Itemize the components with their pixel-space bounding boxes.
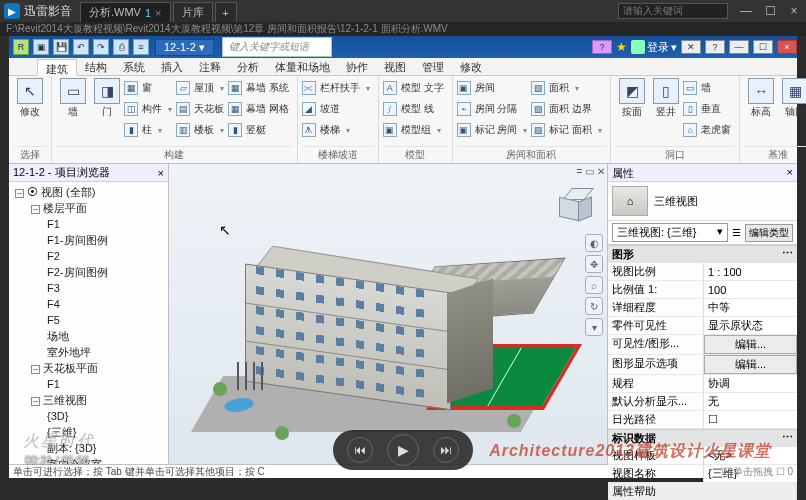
component-button[interactable]: ◫构件▾ bbox=[124, 99, 172, 119]
player-prev-button[interactable]: ⏮ bbox=[347, 437, 373, 463]
player-tab-library[interactable]: 片库 bbox=[173, 2, 213, 22]
player-tab-video[interactable]: 分析.WMV 1 × bbox=[80, 2, 171, 22]
prop-row[interactable]: 零件可见性显示原状态 bbox=[608, 317, 797, 335]
qat-redo-icon[interactable]: ↷ bbox=[93, 39, 109, 55]
qat-open-icon[interactable]: ▣ bbox=[33, 39, 49, 55]
tag-area-button[interactable]: ▧标记 面积▾ bbox=[531, 120, 602, 140]
tab-architecture[interactable]: 建筑 bbox=[37, 59, 77, 76]
minimize-icon[interactable]: — bbox=[734, 2, 758, 20]
props-header[interactable]: 属性× bbox=[608, 164, 797, 182]
nav-wheel-icon[interactable]: ◐ bbox=[585, 234, 603, 252]
revit-close-icon[interactable]: × bbox=[777, 40, 797, 54]
expand-icon[interactable]: – bbox=[31, 397, 40, 406]
tree-floor-plans[interactable]: 楼层平面 bbox=[43, 202, 87, 214]
ramp-button[interactable]: ◢坡道 bbox=[302, 99, 370, 119]
info-icon[interactable]: ? bbox=[592, 40, 612, 54]
tree-item[interactable]: F2-房间图例 bbox=[13, 264, 168, 280]
level-button[interactable]: ↔标高 bbox=[744, 78, 778, 117]
wall-button[interactable]: ▭墙 bbox=[56, 78, 90, 117]
prop-edit-button[interactable]: 编辑... bbox=[704, 335, 797, 354]
tab-manage[interactable]: 管理 bbox=[414, 58, 452, 75]
area-boundary-button[interactable]: ▧面积 边界 bbox=[531, 99, 602, 119]
player-next-button[interactable]: ⏭ bbox=[433, 437, 459, 463]
prop-row[interactable]: 图形显示选项编辑... bbox=[608, 355, 797, 375]
tree-item[interactable]: F1 bbox=[13, 376, 168, 392]
prop-row[interactable]: 视图比例1 : 100 bbox=[608, 263, 797, 281]
prop-value[interactable]: 中等 bbox=[704, 299, 797, 316]
tree-ceilings[interactable]: 天花板平面 bbox=[43, 362, 98, 374]
player-search-input[interactable]: 请输入关键词 bbox=[618, 3, 728, 19]
window-button[interactable]: ▦窗 bbox=[124, 78, 172, 98]
nav-orbit-icon[interactable]: ↻ bbox=[585, 297, 603, 315]
player-tab-add[interactable]: + bbox=[215, 2, 237, 22]
curtain-sys-button[interactable]: ▦幕墙 系统 bbox=[228, 78, 289, 98]
tree-item[interactable]: F5 bbox=[13, 312, 168, 328]
tab-structure[interactable]: 结构 bbox=[77, 58, 115, 75]
app-menu-button[interactable]: R bbox=[13, 39, 29, 55]
grid-button[interactable]: ▦轴网 bbox=[778, 78, 806, 117]
model-text-button[interactable]: A模型 文字 bbox=[383, 78, 444, 98]
qat-measure-icon[interactable]: ≡ bbox=[133, 39, 149, 55]
room-sep-button[interactable]: ⌁房间 分隔 bbox=[457, 99, 528, 119]
qat-save-icon[interactable]: 💾 bbox=[53, 39, 69, 55]
prop-edit-button[interactable]: 编辑... bbox=[704, 355, 797, 374]
prop-row[interactable]: 日光路径☐ bbox=[608, 411, 797, 429]
revit-help-search[interactable]: 键入关键字或短语 bbox=[222, 37, 332, 57]
props-help[interactable]: 属性帮助 bbox=[608, 483, 797, 500]
browser-header[interactable]: 12-1-2 - 项目浏览器× bbox=[9, 164, 168, 182]
prop-value[interactable]: 100 bbox=[704, 281, 797, 298]
tab-modify[interactable]: 修改 bbox=[452, 58, 490, 75]
tree-item[interactable]: F4 bbox=[13, 296, 168, 312]
revit-max-icon[interactable]: ☐ bbox=[753, 40, 773, 54]
view-cube[interactable] bbox=[559, 188, 597, 226]
props-instance-combo[interactable]: 三维视图: {三维}▾ bbox=[612, 223, 728, 242]
curtain-grid-button[interactable]: ▦幕墙 网格 bbox=[228, 99, 289, 119]
nav-zoom-icon[interactable]: ⌕ bbox=[585, 276, 603, 294]
railing-button[interactable]: ⩙栏杆扶手▾ bbox=[302, 78, 370, 98]
login-button[interactable]: 登录 ▾ bbox=[631, 40, 677, 55]
tab-insert[interactable]: 插入 bbox=[153, 58, 191, 75]
tab-analyze[interactable]: 分析 bbox=[229, 58, 267, 75]
qat-print-icon[interactable]: ⎙ bbox=[113, 39, 129, 55]
area-button[interactable]: ▧面积▾ bbox=[531, 78, 602, 98]
tree-item[interactable]: F1-房间图例 bbox=[13, 232, 168, 248]
viewport-controls[interactable]: = ▭ ✕ bbox=[577, 166, 605, 180]
prop-value[interactable]: 协调 bbox=[704, 375, 797, 392]
tab-massing[interactable]: 体量和场地 bbox=[267, 58, 338, 75]
roof-button[interactable]: ▱屋顶▾ bbox=[176, 78, 224, 98]
prop-value[interactable]: 显示原状态 bbox=[704, 317, 797, 334]
edit-type-button[interactable]: 编辑类型 bbox=[745, 224, 793, 242]
tree-item[interactable]: F3 bbox=[13, 280, 168, 296]
dormer-button[interactable]: ⌂老虎窗 bbox=[683, 120, 731, 140]
tree-item[interactable]: F1 bbox=[13, 216, 168, 232]
subscription-star-icon[interactable]: ★ bbox=[616, 40, 627, 54]
column-button[interactable]: ▮柱▾ bbox=[124, 120, 172, 140]
close-icon[interactable]: × bbox=[155, 7, 161, 19]
maximize-icon[interactable]: ☐ bbox=[758, 2, 782, 20]
exchange-icon[interactable]: ✕ bbox=[681, 40, 701, 54]
tree-3d[interactable]: 三维视图 bbox=[43, 394, 87, 406]
close-window-icon[interactable]: × bbox=[782, 2, 806, 20]
browser-close-icon[interactable]: × bbox=[158, 167, 164, 179]
prop-row[interactable]: 比例值 1:100 bbox=[608, 281, 797, 299]
expand-icon[interactable]: – bbox=[31, 365, 40, 374]
byface-button[interactable]: ◩按面 bbox=[615, 78, 649, 117]
stair-button[interactable]: ⩚楼梯▾ bbox=[302, 120, 370, 140]
expand-icon[interactable]: – bbox=[15, 189, 24, 198]
props-group-graphics[interactable]: 图形⋯ bbox=[608, 245, 797, 263]
door-button[interactable]: ◨门 bbox=[90, 78, 124, 117]
help-icon[interactable]: ? bbox=[705, 40, 725, 54]
vertical-opening-button[interactable]: ▯垂直 bbox=[683, 99, 731, 119]
tab-view[interactable]: 视图 bbox=[376, 58, 414, 75]
prop-row[interactable]: 可见性/图形...编辑... bbox=[608, 335, 797, 355]
ceiling-button[interactable]: ▤天花板 bbox=[176, 99, 224, 119]
tab-systems[interactable]: 系统 bbox=[115, 58, 153, 75]
tag-room-button[interactable]: ▣标记 房间▾ bbox=[457, 120, 528, 140]
floor-button[interactable]: ▥楼板▾ bbox=[176, 120, 224, 140]
nav-pan-icon[interactable]: ✥ bbox=[585, 255, 603, 273]
prop-row[interactable]: 规程协调 bbox=[608, 375, 797, 393]
revit-doc-dropdown[interactable]: 12-1-2 ▾ bbox=[155, 39, 214, 56]
props-close-icon[interactable]: × bbox=[787, 166, 793, 179]
tree-root[interactable]: 视图 (全部) bbox=[41, 186, 95, 198]
nav-more-icon[interactable]: ▾ bbox=[585, 318, 603, 336]
